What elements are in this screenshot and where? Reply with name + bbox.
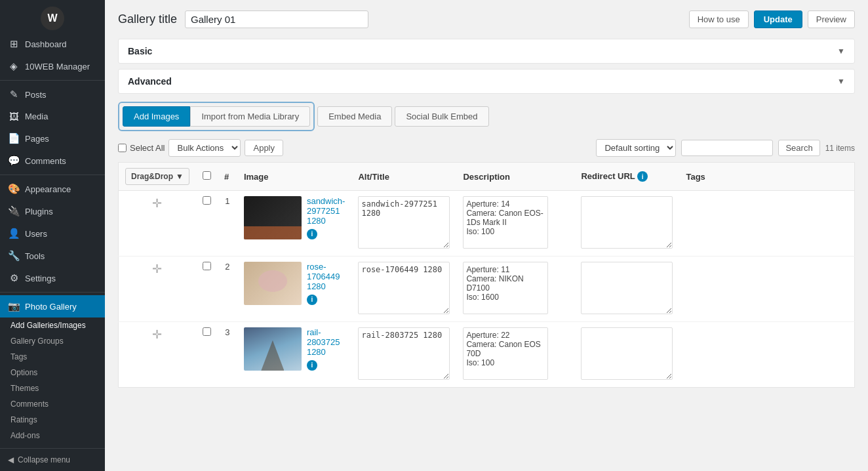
select-all-label[interactable]: Select All: [118, 143, 165, 153]
sidebar-sub-add-galleries[interactable]: Add Galleries/Images: [0, 317, 105, 333]
bulk-actions-select[interactable]: Bulk Actions: [168, 139, 241, 157]
row-checkbox[interactable]: [203, 327, 211, 336]
sidebar-sub-options[interactable]: Options: [0, 365, 105, 380]
row-description-cell: Aperture: 11Camera: NIKON D7100Iso: 1600: [456, 256, 574, 322]
image-link[interactable]: rail-2803725 1280: [307, 327, 345, 357]
gallery-title-label: Gallery title: [118, 12, 177, 26]
row-checkbox[interactable]: [203, 196, 211, 205]
row-redirect-cell: [574, 322, 679, 388]
page-header: Gallery title How to use Update Preview: [118, 10, 855, 28]
sidebar-item-pages[interactable]: 📄 Pages: [0, 127, 105, 150]
sidebar-item-photo-gallery[interactable]: 📷 Photo Gallery: [0, 295, 105, 317]
sidebar-item-comments[interactable]: 💬 Comments: [0, 150, 105, 172]
sidebar-item-tools[interactable]: 🔧 Tools: [0, 245, 105, 267]
drag-handle-icon[interactable]: ✛: [152, 262, 162, 276]
sidebar-item-dashboard[interactable]: ⊞ Dashboard: [0, 33, 105, 55]
table-row: ✛ 2 rose-1706449 1280 i: [119, 256, 855, 322]
select-all-header-checkbox[interactable]: [203, 171, 211, 180]
sidebar-sub-addons[interactable]: Add-ons: [0, 428, 105, 443]
row-redirect-cell: [574, 191, 679, 256]
basic-arrow-icon: ▼: [837, 47, 845, 56]
collapse-icon: ◀: [8, 455, 14, 464]
row-description-cell: Aperture: 22Camera: Canon EOS 70DIso: 10…: [456, 322, 574, 388]
tab-bar: Add Images Import from Media Library Emb…: [118, 102, 855, 131]
sidebar-item-appearance[interactable]: 🎨 Appearance: [0, 178, 105, 200]
row-checkbox-cell: [196, 322, 218, 388]
sidebar-sub-tags[interactable]: Tags: [0, 349, 105, 365]
drag-handle-icon[interactable]: ✛: [152, 197, 162, 210]
photo-gallery-icon: 📷: [8, 300, 20, 312]
col-num: #: [218, 163, 237, 191]
sidebar-item-settings[interactable]: ⚙ Settings: [0, 267, 105, 289]
collapse-menu[interactable]: ◀ Collapse menu: [0, 448, 105, 471]
tab-import-media[interactable]: Import from Media Library: [190, 106, 310, 127]
redirect-url-info-icon[interactable]: i: [637, 171, 648, 182]
how-to-use-button[interactable]: How to use: [689, 10, 749, 28]
plugins-icon: 🔌: [8, 205, 20, 217]
dashboard-icon: ⊞: [8, 38, 20, 50]
image-info-icon[interactable]: i: [307, 229, 317, 239]
row-checkbox[interactable]: [203, 262, 211, 270]
redirect-textarea[interactable]: [581, 327, 673, 380]
basic-accordion-header[interactable]: Basic ▼: [119, 39, 854, 63]
row-redirect-cell: [574, 256, 679, 322]
dragdrop-arrow: ▼: [176, 172, 184, 181]
table-row: ✛ 3 rail-2803725 1280 i: [119, 322, 855, 388]
col-redirect-url: Redirect URL i: [574, 163, 679, 191]
tab-social-bulk-embed[interactable]: Social Bulk Embed: [395, 106, 488, 127]
sorting-select[interactable]: Default sorting Sort by title Sort by da…: [596, 139, 676, 157]
appearance-icon: 🎨: [8, 183, 20, 195]
basic-label: Basic: [128, 46, 152, 56]
drag-handle-icon[interactable]: ✛: [152, 328, 162, 341]
sidebar-item-label: Appearance: [25, 184, 71, 194]
row-tags-cell: [679, 191, 854, 256]
sidebar-sub-gallery-groups[interactable]: Gallery Groups: [0, 333, 105, 349]
sidebar-item-label: Users: [25, 229, 47, 239]
sidebar-sub-themes[interactable]: Themes: [0, 380, 105, 396]
col-dragdrop[interactable]: Drag&Drop ▼: [119, 163, 196, 191]
sidebar-item-label: Dashboard: [25, 39, 67, 49]
advanced-accordion-header[interactable]: Advanced ▼: [119, 70, 854, 93]
image-link[interactable]: sandwich-2977251 1280: [307, 196, 345, 226]
settings-icon: ⚙: [8, 272, 20, 284]
tools-icon: 🔧: [8, 250, 20, 262]
search-input[interactable]: [681, 140, 773, 156]
row-tags-cell: [679, 322, 854, 388]
image-info-icon[interactable]: i: [307, 360, 317, 371]
sidebar-item-media[interactable]: 🖼 Media: [0, 106, 105, 127]
redirect-textarea[interactable]: [581, 196, 673, 249]
dragdrop-button[interactable]: Drag&Drop ▼: [125, 168, 189, 185]
sidebar-sub-comments[interactable]: Comments: [0, 396, 105, 412]
row-num: 1: [225, 196, 229, 206]
sidebar-sub-ratings[interactable]: Ratings: [0, 412, 105, 428]
sidebar-item-posts[interactable]: ✎ Posts: [0, 83, 105, 106]
sidebar-item-label: Comments: [25, 156, 66, 166]
tab-add-images[interactable]: Add Images: [123, 106, 190, 127]
description-scroll[interactable]: Aperture: 22Camera: Canon EOS 70DIso: 10…: [463, 327, 548, 380]
select-all-checkbox[interactable]: [118, 144, 127, 152]
sidebar-item-label: Photo Gallery: [25, 302, 77, 312]
sidebar-item-label: 10WEB Manager: [25, 62, 90, 72]
description-scroll[interactable]: Aperture: 11Camera: NIKON D7100Iso: 1600: [463, 262, 548, 314]
alt-title-textarea[interactable]: sandwich-2977251 1280: [358, 196, 450, 249]
search-button[interactable]: Search: [778, 140, 819, 156]
apply-button[interactable]: Apply: [245, 140, 283, 156]
update-button[interactable]: Update: [754, 10, 802, 28]
sidebar-item-plugins[interactable]: 🔌 Plugins: [0, 200, 105, 222]
gallery-title-input[interactable]: [185, 10, 368, 28]
image-info-icon[interactable]: i: [307, 295, 317, 305]
table-row: ✛ 1 sandwich-2977251 1280 i: [119, 191, 855, 256]
row-image-cell: rail-2803725 1280 i: [237, 322, 352, 388]
alt-title-textarea[interactable]: rose-1706449 1280: [358, 262, 450, 314]
redirect-textarea[interactable]: [581, 262, 673, 314]
sidebar-item-users[interactable]: 👤 Users: [0, 222, 105, 245]
toolbar-row: Select All Bulk Actions Apply Default so…: [118, 139, 855, 157]
row-num: 2: [225, 262, 229, 272]
tab-embed-media[interactable]: Embed Media: [317, 106, 392, 127]
sidebar-item-label: Tools: [25, 251, 45, 261]
alt-title-textarea[interactable]: rail-2803725 1280: [358, 327, 450, 380]
image-link[interactable]: rose-1706449 1280: [307, 262, 345, 291]
description-scroll[interactable]: Aperture: 14Camera: Canon EOS-1Ds Mark I…: [463, 196, 548, 249]
preview-button[interactable]: Preview: [808, 10, 855, 28]
sidebar-item-10web[interactable]: ◈ 10WEB Manager: [0, 55, 105, 77]
